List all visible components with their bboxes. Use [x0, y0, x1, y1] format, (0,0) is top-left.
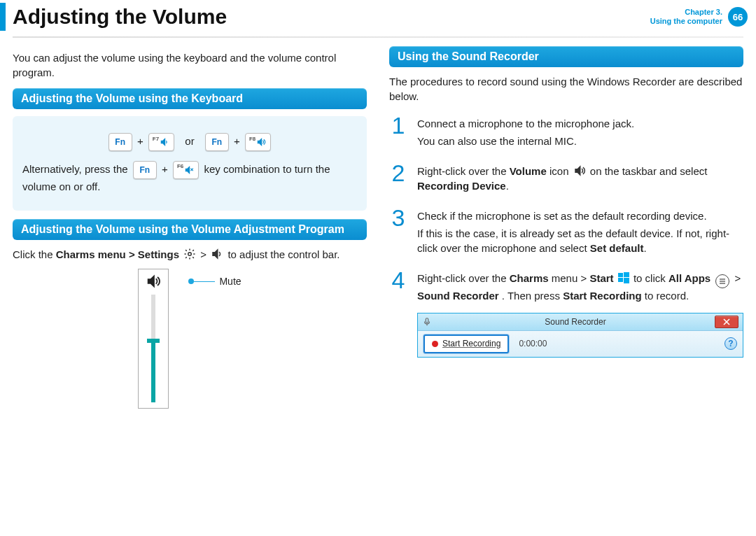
- recorder-title: Sound Recorder: [436, 316, 715, 328]
- svg-marker-7: [148, 276, 154, 287]
- svg-rect-10: [624, 272, 629, 277]
- fn-key-2: Fn: [205, 133, 229, 151]
- charms-post: to adjust the control bar.: [227, 248, 340, 260]
- svg-marker-1: [258, 139, 262, 145]
- intro-text: You can adjust the volume using the keyb…: [13, 50, 367, 80]
- chapter-line1: Chapter 3.: [650, 8, 722, 17]
- fn-key: Fn: [108, 133, 132, 151]
- title-bar: Adjusting the Volume: [0, 3, 650, 31]
- chapter-text: Chapter 3. Using the computer: [650, 8, 722, 26]
- volume-slider[interactable]: [138, 269, 169, 409]
- f8-volume-up-key: F8: [245, 133, 271, 151]
- recorder-time: 0:00:00: [519, 338, 547, 350]
- step-1-number: 1: [389, 113, 407, 151]
- taskbar-volume-icon: [573, 164, 586, 177]
- close-icon: [723, 318, 730, 325]
- volume-down-icon: [160, 137, 169, 147]
- fn-key-3: Fn: [133, 161, 157, 179]
- or-text: or: [185, 135, 194, 147]
- mute-callout: Mute: [188, 276, 241, 287]
- step-2: 2 Right-click over the Volume icon on th…: [389, 161, 743, 196]
- recorder-mic-icon: [422, 317, 432, 327]
- left-column: You can adjust the volume using the keyb…: [13, 46, 367, 409]
- alt-shortcut-text: Alternatively, press the Fn + F6 key com…: [22, 161, 357, 194]
- f7-volume-down-key: F7: [148, 133, 174, 151]
- start-recording-label: Start Recording: [442, 338, 500, 350]
- svg-marker-2: [186, 167, 190, 173]
- svg-rect-12: [624, 278, 629, 283]
- section-recorder-header: Using the Sound Recorder: [389, 46, 743, 67]
- header-divider: [13, 36, 743, 38]
- charms-instruction: Click the Charms menu > Settings > to ad…: [13, 247, 367, 262]
- step-3: 3 Check if the microphone is set as the …: [389, 206, 743, 258]
- svg-marker-6: [213, 250, 218, 258]
- plus-sign-3: +: [162, 163, 168, 175]
- recorder-intro: The procedures to record sound using the…: [389, 74, 743, 104]
- volume-track[interactable]: [151, 295, 155, 402]
- volume-fill: [151, 343, 155, 402]
- step-1b: You can also use the internal MIC.: [417, 134, 743, 148]
- step-4-number: 4: [389, 268, 407, 358]
- callout-dot: [188, 278, 194, 284]
- step-1: 1 Connect a microphone to the microphone…: [389, 113, 743, 151]
- svg-point-5: [188, 253, 192, 256]
- f8-label: F8: [249, 136, 255, 142]
- page-number-badge: 66: [728, 7, 748, 27]
- sound-recorder-window: Sound Recorder Start Recording 0:00:00 ?: [417, 313, 743, 358]
- gt-1: >: [200, 248, 206, 260]
- step-3-number: 3: [389, 206, 407, 258]
- step-2-text: Right-click over the Volume icon on the …: [417, 164, 743, 193]
- right-column: Using the Sound Recorder The procedures …: [389, 46, 743, 409]
- svg-rect-9: [618, 273, 623, 277]
- step-4: 4 Right-click over the Charms menu > Sta…: [389, 268, 743, 358]
- section-program-header: Adjusting the Volume using the Volume Ad…: [13, 219, 367, 240]
- slider-speaker-icon: [146, 274, 161, 289]
- svg-rect-16: [426, 318, 428, 323]
- step-1a: Connect a microphone to the microphone j…: [417, 116, 743, 131]
- mute-label: Mute: [219, 276, 241, 287]
- title-accent-bar: [0, 3, 6, 31]
- volume-up-icon: [256, 137, 266, 147]
- record-dot-icon: [432, 341, 438, 347]
- speaker-icon: [211, 248, 223, 260]
- f6-label: F6: [177, 162, 183, 170]
- svg-marker-8: [575, 167, 580, 175]
- plus-sign: +: [137, 135, 144, 147]
- recorder-body: Start Recording 0:00:00 ?: [418, 331, 743, 357]
- callout-line: [194, 281, 215, 282]
- volume-thumb[interactable]: [147, 339, 160, 343]
- recorder-titlebar: Sound Recorder: [418, 313, 743, 331]
- alt-pre: Alternatively, press the: [22, 163, 131, 175]
- svg-rect-11: [618, 278, 623, 282]
- plus-sign-2: +: [234, 135, 240, 147]
- keyboard-shortcut-box: Fn + F7 or Fn + F8 Alternatively, press …: [13, 116, 367, 211]
- section-keyboard-header: Adjusting the Volume using the Keyboard: [13, 88, 367, 109]
- chapter-block: Chapter 3. Using the computer 66: [650, 7, 748, 27]
- step-2-number: 2: [389, 161, 407, 196]
- charms-bold: Charms menu > Settings: [56, 248, 179, 260]
- close-button[interactable]: [715, 316, 738, 328]
- charms-pre: Click the: [13, 248, 56, 260]
- all-apps-icon: [715, 274, 729, 288]
- step-3a: Check if the microphone is set as the de…: [417, 209, 743, 223]
- volume-mute-icon: [184, 165, 194, 175]
- page-title: Adjusting the Volume: [13, 5, 227, 29]
- svg-marker-0: [161, 139, 164, 145]
- help-button[interactable]: ?: [724, 337, 737, 350]
- step-3b: If this is the case, it is already set a…: [417, 226, 743, 255]
- f7-label: F7: [153, 136, 159, 142]
- page-header: Adjusting the Volume Chapter 3. Using th…: [0, 0, 756, 34]
- volume-slider-figure: Mute: [13, 269, 367, 409]
- shortcut-row-1: Fn + F7 or Fn + F8: [22, 133, 357, 151]
- start-recording-button[interactable]: Start Recording: [424, 334, 509, 353]
- f6-mute-key: F6: [173, 161, 199, 179]
- windows-logo-icon: [618, 272, 629, 283]
- step-4-text: Right-click over the Charms menu > Start…: [417, 271, 743, 303]
- settings-gear-icon: [183, 248, 196, 260]
- chapter-line2: Using the computer: [650, 17, 722, 26]
